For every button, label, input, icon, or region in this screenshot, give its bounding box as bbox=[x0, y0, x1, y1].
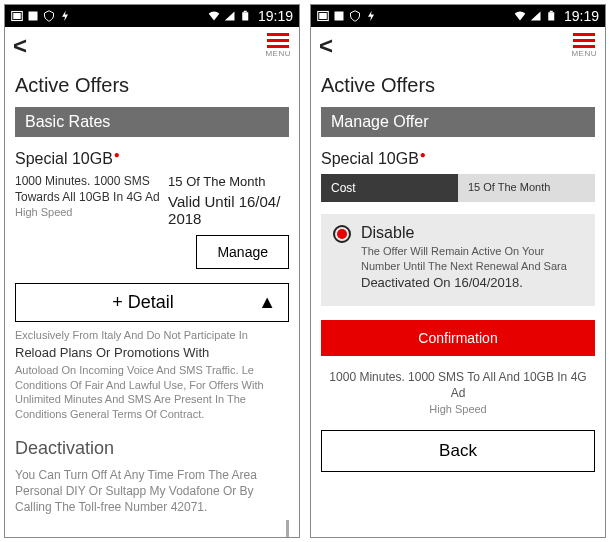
period-text: 15 Of The Month bbox=[168, 174, 289, 189]
high-speed-text: High Speed bbox=[15, 206, 160, 218]
signal-icon bbox=[224, 10, 236, 22]
confirmation-button[interactable]: Confirmation bbox=[321, 320, 595, 356]
image-icon bbox=[333, 10, 345, 22]
app-bar: < MENU bbox=[5, 27, 299, 60]
content-area: Active Offers Basic Rates Special 10GB● … bbox=[5, 60, 299, 537]
valid-until-text: Valid Until 16/04/ 2018 bbox=[168, 193, 289, 227]
towards-text: Towards All 10GB In 4G Ad bbox=[15, 190, 160, 204]
svg-rect-8 bbox=[548, 12, 554, 20]
shield-icon bbox=[349, 10, 361, 22]
content-area: Active Offers Manage Offer Special 10GB●… bbox=[311, 60, 605, 537]
shield-icon bbox=[43, 10, 55, 22]
back-chevron-icon[interactable]: < bbox=[13, 34, 27, 58]
back-chevron-icon[interactable]: < bbox=[319, 34, 333, 58]
offer-details-left: 1000 Minutes. 1000 SMS Towards All 10GB … bbox=[15, 174, 160, 227]
signal-icon bbox=[530, 10, 542, 22]
fine-print-line2: Autoload On Incoming Voice And SMS Traff… bbox=[15, 364, 264, 421]
section-header: Basic Rates bbox=[15, 107, 289, 137]
disable-subtext: The Offer Will Remain Active On Your Num… bbox=[361, 244, 583, 273]
hamburger-icon bbox=[573, 33, 595, 48]
svg-rect-4 bbox=[244, 11, 247, 13]
detail-label: + Detail bbox=[28, 292, 258, 313]
scrollbar-thumb[interactable] bbox=[286, 520, 289, 537]
svg-rect-6 bbox=[319, 13, 327, 19]
menu-button[interactable]: MENU bbox=[571, 33, 597, 58]
summary-high-speed: High Speed bbox=[321, 402, 595, 416]
radio-dot-icon bbox=[337, 229, 347, 239]
clock-time: 19:19 bbox=[564, 8, 599, 24]
svg-rect-1 bbox=[13, 13, 21, 19]
offer-name: Special 10GB● bbox=[321, 149, 595, 168]
svg-rect-9 bbox=[550, 11, 553, 13]
phone-right: 19:19 < MENU Active Offers Manage Offer … bbox=[310, 4, 606, 538]
status-bar: 19:19 bbox=[311, 5, 605, 27]
lightning-icon bbox=[59, 10, 71, 22]
hamburger-icon bbox=[267, 33, 289, 48]
image-icon bbox=[11, 10, 23, 22]
back-button[interactable]: Back bbox=[321, 430, 595, 472]
tab-cost[interactable]: Cost bbox=[321, 174, 458, 202]
fine-print-bold: Reload Plans Or Promotions With bbox=[15, 344, 289, 362]
disable-box: Disable The Offer Will Remain Active On … bbox=[321, 214, 595, 306]
disable-title: Disable bbox=[361, 224, 414, 242]
red-dot-icon: ● bbox=[114, 149, 120, 160]
image-icon bbox=[27, 10, 39, 22]
manage-button[interactable]: Manage bbox=[196, 235, 289, 269]
tabs: Cost 15 Of The Month bbox=[321, 174, 595, 202]
wifi-icon bbox=[208, 10, 220, 22]
image-icon bbox=[317, 10, 329, 22]
offer-name-text: Special 10GB bbox=[321, 150, 419, 167]
fine-print-line1: Exclusively From Italy And Do Not Partic… bbox=[15, 329, 248, 341]
deactivation-text: You Can Turn Off At Any Time From The Ar… bbox=[15, 467, 289, 516]
menu-button[interactable]: MENU bbox=[265, 33, 291, 58]
menu-label: MENU bbox=[571, 49, 597, 58]
detail-accordion[interactable]: + Detail ▲ bbox=[15, 283, 289, 322]
fine-print: Exclusively From Italy And Do Not Partic… bbox=[15, 328, 289, 422]
summary-line: 1000 Minutes. 1000 SMS To All And 10GB I… bbox=[329, 370, 586, 400]
svg-rect-3 bbox=[242, 12, 248, 20]
offer-name-text: Special 10GB bbox=[15, 150, 113, 167]
lightning-icon bbox=[365, 10, 377, 22]
tab-period[interactable]: 15 Of The Month bbox=[458, 174, 595, 202]
disable-radio[interactable] bbox=[333, 225, 351, 243]
wifi-icon bbox=[514, 10, 526, 22]
page-title: Active Offers bbox=[15, 74, 289, 97]
phone-left: 19:19 < MENU Active Offers Basic Rates S… bbox=[4, 4, 300, 538]
offer-name: Special 10GB● bbox=[15, 149, 289, 168]
deactivation-title: Deactivation bbox=[15, 438, 289, 459]
svg-rect-7 bbox=[335, 12, 344, 21]
menu-label: MENU bbox=[265, 49, 291, 58]
battery-icon bbox=[240, 10, 252, 22]
page-title: Active Offers bbox=[321, 74, 595, 97]
clock-time: 19:19 bbox=[258, 8, 293, 24]
red-dot-icon: ● bbox=[420, 149, 426, 160]
summary-text: 1000 Minutes. 1000 SMS To All And 10GB I… bbox=[321, 370, 595, 416]
section-header: Manage Offer bbox=[321, 107, 595, 137]
app-bar: < MENU bbox=[311, 27, 605, 60]
chevron-up-icon: ▲ bbox=[258, 292, 276, 313]
battery-icon bbox=[546, 10, 558, 22]
svg-rect-2 bbox=[29, 12, 38, 21]
disable-date: Deactivated On 16/04/2018. bbox=[361, 275, 583, 290]
status-bar: 19:19 bbox=[5, 5, 299, 27]
minutes-sms-text: 1000 Minutes. 1000 SMS bbox=[15, 174, 160, 188]
offer-details-right: 15 Of The Month Valid Until 16/04/ 2018 bbox=[168, 174, 289, 227]
